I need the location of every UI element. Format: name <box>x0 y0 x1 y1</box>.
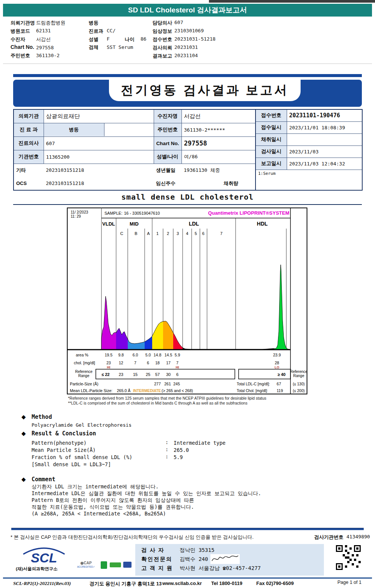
ref-value: ≤ 22 <box>101 372 109 377</box>
footer-tel: Tel 1800-0119 <box>211 580 242 586</box>
comment-line: (A ≥268A, 265A < Intermediate <268A, B≤2… <box>32 511 166 517</box>
cell-value: 삼광의료재단 <box>44 109 154 123</box>
lo-flag: LO <box>275 365 280 369</box>
reference-label-right: Range <box>293 374 304 378</box>
hi-flag: HI <box>107 365 110 369</box>
field-value: SST Serum <box>107 44 133 50</box>
field-value: 297558 <box>36 45 54 50</box>
report-title: 전기영동 검사결과 보고서 <box>121 83 289 97</box>
cell-value: 361130-2****** <box>181 123 256 136</box>
subband-label: C <box>120 231 123 236</box>
reference-label: Reference <box>75 370 93 374</box>
colon-separator: : <box>165 439 168 445</box>
area-value: 19.5 <box>105 353 113 357</box>
method-body: Polyacrylamide Gel Electrophoresis <box>32 422 132 428</box>
ref-value: 23 <box>119 372 123 377</box>
cell-value: 20231101-190476 <box>287 109 362 121</box>
cell-label: OCS <box>14 177 44 190</box>
particle-value: 245 <box>173 382 180 386</box>
chol-value: 7 <box>134 361 136 365</box>
staff-value: 정낙민 35315 <box>180 547 215 554</box>
cell-value: 2023/11/03 12:04:32 <box>287 158 362 170</box>
cap-accredited-logo: ◉CAP ACCREDITED✓ <box>74 561 98 568</box>
field-value: F <box>107 36 110 42</box>
section-underline <box>13 204 362 205</box>
subband-label: 3 <box>177 231 179 236</box>
field-value: 607 <box>174 20 183 25</box>
cell-label: 채취일시 <box>256 133 287 145</box>
field-label: 나이 <box>125 36 135 43</box>
diamond-icon: ◆ <box>21 476 26 483</box>
field-label: 검체 <box>89 44 98 51</box>
result-note: [Small dense LDL = LDL3~7] <box>32 461 111 467</box>
banner-top-bar <box>13 74 362 77</box>
serum-note: 1:Serum <box>256 170 362 190</box>
total-ldl-ref: (≤ 130) <box>293 382 305 386</box>
total-chol-value: 119 <box>277 388 283 393</box>
cell-label: 기관번호 <box>14 150 44 164</box>
cell-value: 서갑선 <box>181 109 256 123</box>
subband-label: 4 <box>186 231 188 236</box>
scl-logo-text: SCL <box>31 550 57 565</box>
page-header: SD LDL Cholesterol 검사결과보고서 <box>3 4 372 17</box>
comment-line: Intermediate LDL은 심혈관 질환에 대한 위험도를 높일 수 있… <box>32 490 261 497</box>
particle-value: 277 <box>154 382 161 386</box>
cell-label: 접수일시 <box>256 121 287 133</box>
diamond-icon: ◆ <box>21 430 26 437</box>
diamond-icon: ◆ <box>21 414 26 420</box>
reference-label-right: Reference <box>290 370 307 374</box>
cell-label: 수진자명 <box>154 109 181 123</box>
cell-value: 여/86 <box>181 150 256 164</box>
sample-value: 16 - 330519047610 <box>124 211 160 215</box>
comment-line: 적절한 치료(운동요법, 식이요법 또는 약물요법 등)를 권유합니다. <box>32 504 194 511</box>
field-value: CC/ <box>107 28 115 33</box>
cell-value: 607 <box>44 136 154 150</box>
kolas-logo <box>101 561 107 569</box>
subband-label: B <box>135 231 137 236</box>
cell-value: 2023/11/01 18:08:39 <box>287 121 362 133</box>
cell-label: 검사일시 <box>256 145 287 158</box>
field-value: 20231031-51218 <box>174 36 216 42</box>
field-label: Chart No. <box>11 44 34 50</box>
footer-fax: Fax 02)790-6509 <box>256 580 294 586</box>
result-value: 265.0 <box>174 447 189 453</box>
result-label: Pattern(phenotype) <box>32 440 86 446</box>
field-value: 2310301069 <box>174 28 204 33</box>
ref-value: 15 <box>133 372 138 377</box>
report-page: SD LDL Cholesterol 검사결과보고서 의뢰기관명 드림종합병원 … <box>0 0 375 588</box>
ref-value: 57 <box>155 372 160 377</box>
comment-heading: Comment <box>32 476 55 483</box>
field-label: 임상정보 <box>153 28 172 35</box>
chart-border <box>67 208 307 394</box>
band-label: VLDL <box>102 221 115 227</box>
footer-address: 경기도 용인시 기흥구 흥덕1로 13 <box>89 580 162 587</box>
field-label: 성별 <box>89 36 98 43</box>
cell-label: 보고일시 <box>256 158 287 170</box>
area-value: 14.8 <box>154 353 162 357</box>
chol-value: 28 <box>275 361 279 365</box>
total-ldl-value: 67 <box>277 382 281 386</box>
subband-label: 2 <box>167 231 169 236</box>
staff-label: 검 사 자 <box>141 547 165 554</box>
chol-row-label: chol. [mg/dl] <box>74 361 95 365</box>
doc-number: SCL-RP2(1)-202211(Rev.03) <box>13 580 71 586</box>
result-label: Mean Particle Size(Å) <box>32 447 96 453</box>
area-value: 5.0 <box>145 353 151 357</box>
subband-label: 7 <box>220 231 222 236</box>
ref-value: 6 <box>176 372 178 377</box>
eqa-logo <box>110 562 121 567</box>
subband-label: A <box>147 231 150 236</box>
area-value: 6.0 <box>133 353 138 357</box>
cell-label: 성별/나이 <box>154 150 181 164</box>
cap-logo-line2: ACCREDITED✓ <box>74 565 98 568</box>
area-value: 5.9 <box>175 353 180 357</box>
footer-divider <box>3 577 372 579</box>
signature <box>210 554 240 564</box>
particle-row-label: Particle-Size (Å) <box>70 382 98 386</box>
info-table-right: 접수번호 20231101-190476 접수일시 2023/11/01 18:… <box>255 109 363 191</box>
ref-value: 30 <box>166 372 171 377</box>
area-row-label: area % <box>76 353 88 357</box>
field-label: 진료과 <box>89 28 103 35</box>
cell-label: 주민번호 <box>154 123 181 136</box>
chol-value: 12 <box>119 361 123 365</box>
